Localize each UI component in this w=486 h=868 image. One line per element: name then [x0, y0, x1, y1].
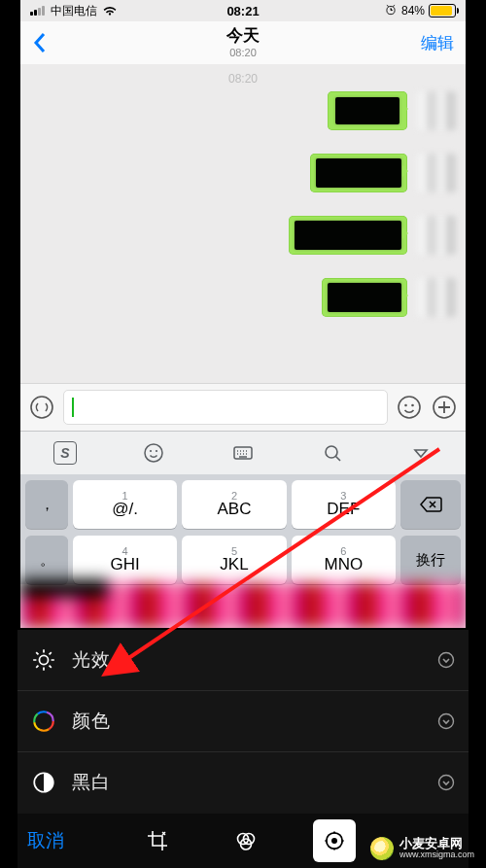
chat-bubble: [289, 216, 407, 255]
ime-sogou-icon[interactable]: S: [20, 441, 110, 465]
svg-marker-11: [415, 450, 427, 457]
key-4[interactable]: 4GHI: [73, 536, 177, 584]
status-bar: 中国电信 08:21 84%: [20, 0, 466, 21]
chevron-down-icon: [437, 774, 455, 791]
svg-point-4: [411, 404, 414, 407]
svg-point-13: [439, 653, 454, 668]
option-bw[interactable]: 黑白: [17, 752, 469, 813]
svg-point-6: [145, 444, 162, 462]
key-backspace[interactable]: [400, 480, 461, 529]
key-period[interactable]: 。: [25, 536, 68, 584]
tool-filters-button[interactable]: [225, 819, 267, 862]
color-ring-icon: [31, 709, 56, 734]
option-color[interactable]: 颜色: [17, 691, 469, 752]
chat-subtitle: 08:20: [20, 47, 466, 58]
text-caret: [72, 398, 74, 417]
watermark-name: 小麦安卓网: [399, 837, 474, 851]
voice-icon[interactable]: [28, 394, 55, 421]
message-input[interactable]: [63, 390, 388, 425]
svg-point-20: [439, 714, 454, 729]
chat-area: 08:20: [20, 64, 466, 383]
chevron-down-icon: [437, 712, 455, 730]
keyboard: ， 1@/. 2ABC 3DEF 。 4GHI 5JKL 6MNO 换行: [20, 474, 466, 584]
svg-point-3: [404, 404, 407, 407]
photo-under-edit: 中国电信 08:21 84% 今天 08:20: [20, 0, 466, 628]
option-light[interactable]: 光效: [17, 630, 469, 691]
battery-icon: [429, 4, 456, 17]
bw-icon: [31, 770, 56, 795]
redacted-strip: [20, 583, 466, 628]
emoji-icon[interactable]: [396, 394, 423, 421]
kb-collapse-icon[interactable]: [376, 441, 466, 465]
status-time: 08:21: [20, 4, 466, 18]
watermark-url: www.xmsigma.com: [399, 851, 474, 859]
chat-navbar: 今天 08:20 编辑: [20, 21, 466, 64]
compose-bar: [20, 383, 466, 431]
watermark-logo-icon: [370, 837, 394, 860]
svg-point-10: [326, 446, 337, 458]
plus-icon[interactable]: [431, 394, 458, 421]
svg-point-22: [439, 776, 454, 790]
svg-point-1: [31, 397, 52, 418]
key-2[interactable]: 2ABC: [182, 480, 286, 529]
option-light-label: 光效: [72, 647, 111, 673]
svg-point-12: [39, 655, 48, 664]
key-5[interactable]: 5JKL: [182, 536, 286, 584]
option-bw-label: 黑白: [72, 770, 111, 795]
chat-title: 今天: [20, 27, 466, 46]
avatar: [417, 91, 456, 130]
svg-point-8: [156, 450, 157, 452]
option-color-label: 颜色: [72, 709, 111, 734]
sun-icon: [31, 647, 56, 673]
key-6[interactable]: 6MNO: [292, 536, 396, 584]
watermark: 小麦安卓网 www.xmsigma.com: [370, 837, 474, 860]
svg-point-2: [399, 397, 420, 418]
chevron-down-icon: [437, 651, 455, 669]
avatar: [417, 216, 456, 255]
avatar: [417, 278, 456, 317]
svg-point-27: [331, 838, 337, 844]
chat-timestamp: 08:20: [20, 64, 466, 86]
cancel-button[interactable]: 取消: [27, 828, 64, 853]
edit-button[interactable]: 编辑: [421, 32, 454, 54]
key-1[interactable]: 1@/.: [73, 480, 177, 529]
kb-search-icon[interactable]: [288, 441, 377, 465]
kb-keyboard-icon[interactable]: [198, 441, 288, 465]
key-3[interactable]: 3DEF: [292, 480, 396, 529]
svg-point-7: [150, 450, 152, 452]
tool-adjust-button[interactable]: [313, 819, 356, 862]
keyboard-toolbar: S: [20, 431, 466, 474]
avatar: [417, 154, 456, 192]
chat-bubble: [322, 278, 407, 317]
kb-emoji-icon[interactable]: [110, 441, 199, 465]
tool-crop-button[interactable]: [136, 819, 179, 862]
chat-bubble: [328, 91, 407, 130]
adjust-panel: 光效 颜色 黑白: [17, 630, 469, 814]
key-comma[interactable]: ，: [25, 480, 68, 529]
key-return[interactable]: 换行: [400, 536, 461, 584]
chat-bubble: [310, 154, 407, 192]
